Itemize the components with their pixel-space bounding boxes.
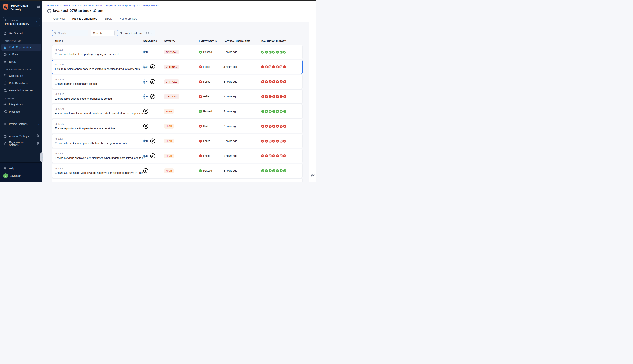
sidebar-item-help[interactable]: ? Help: [2, 165, 41, 172]
breadcrumb: Account: Automation-SSCA › Organization:…: [47, 4, 309, 7]
sidebar-item-project-settings[interactable]: Project Settings ›: [2, 120, 41, 128]
sidebar-item-code-repositories[interactable]: Code Repositories: [2, 44, 41, 51]
breadcrumb-organization[interactable]: Organization: default: [80, 4, 102, 7]
failed-x-icon: [261, 95, 264, 98]
code-repositories-icon: [3, 46, 7, 49]
sidebar-item-remediation-tracker[interactable]: Remediation Tracker: [2, 87, 41, 94]
passed-check-icon: [199, 169, 202, 172]
sidebar-item-cicd[interactable]: CI/CD: [2, 58, 41, 66]
right-rail: [309, 1, 316, 182]
table-row[interactable]: Id: 1.1.15 Ensure pushing of new code is…: [52, 60, 302, 74]
apps-grid-icon[interactable]: [37, 4, 40, 8]
passed-check-icon: [280, 50, 282, 54]
sidebar-item-organization-settings[interactable]: Organization Settings: [2, 140, 41, 147]
severity-badge: HIGH: [164, 124, 174, 128]
failed-x-icon: [283, 154, 286, 158]
failed-x-icon: [265, 140, 268, 143]
sidebar-item-compliance[interactable]: Compliance: [2, 72, 41, 80]
standards-cell: CIS: [143, 138, 164, 144]
table-row[interactable]: Id: 4.3.4 Ensure webhooks of the package…: [52, 45, 302, 59]
tab-overview[interactable]: Overview: [53, 16, 66, 22]
failed-x-icon: [283, 140, 286, 143]
breadcrumb-project[interactable]: Project: Product Exploratory: [106, 4, 135, 7]
status-cell: Failed: [199, 80, 224, 83]
failed-x-icon: [265, 65, 268, 68]
owasp-standard-icon: [150, 64, 155, 70]
severity-filter-dropdown[interactable]: Severity: [91, 30, 115, 36]
table-row[interactable]: Id: 1.1.9 Ensure all checks have passed …: [52, 134, 302, 148]
tab-risk-compliance[interactable]: Risk & Compliance: [72, 16, 98, 22]
table-row[interactable]: Id: 1.1.4 Ensure previous approvals are …: [52, 149, 302, 163]
user-menu[interactable]: L Lavakush: [2, 172, 41, 180]
rule-id: Id: 4.3.4: [55, 48, 143, 51]
failed-x-icon: [276, 95, 279, 98]
status-label: Failed: [203, 95, 210, 98]
standards-cell: CIS: [143, 49, 164, 55]
sidebar-item-label: CI/CD: [9, 60, 16, 63]
table-row[interactable]: Id: 1.1.5 CIS HIGH Failed 3 hou: [52, 178, 302, 182]
status-label: Failed: [203, 125, 210, 128]
table-row[interactable]: Id: 1.2.21 Ensure outside collaborators …: [52, 104, 302, 118]
svg-text:?: ?: [4, 168, 5, 169]
severity-badge: CRITICAL: [164, 94, 179, 99]
rule-id: Id: 1.2.17: [55, 123, 143, 125]
severity-badge: CRITICAL: [164, 50, 179, 54]
sidebar-item-label: Code Repositories: [9, 46, 31, 49]
rule-definitions-icon: [3, 81, 7, 85]
column-evaluation-history: EVALUATION HISTORY: [261, 40, 302, 42]
chevron-down-icon: [151, 32, 153, 34]
divider: [4, 118, 38, 118]
breadcrumb-account[interactable]: Account: Automation-SSCA: [47, 4, 76, 7]
severity-badge: HIGH: [164, 154, 174, 158]
breadcrumb-code-repositories[interactable]: Code Repositories: [139, 4, 158, 7]
failed-x-icon: [280, 140, 282, 143]
sidebar-item-integrations[interactable]: Integrations: [2, 101, 41, 108]
evaluation-history: [261, 110, 302, 113]
sidebar-item-get-started[interactable]: Get Started: [2, 30, 41, 37]
failed-x-icon: [272, 140, 275, 143]
svg-text:CIS: CIS: [145, 66, 148, 68]
support-chat-button[interactable]: [310, 172, 315, 178]
project-switcher[interactable]: PROJECT Product Exploratory ›: [3, 17, 40, 27]
search-box: [52, 30, 88, 36]
sidebar-item-pipelines[interactable]: Pipelines: [2, 108, 41, 115]
evaluation-history: [261, 169, 302, 172]
failed-x-icon: [276, 154, 279, 158]
status-icon: [199, 140, 202, 143]
status-filter-dropdown[interactable]: All: Passed and Failed: [117, 30, 155, 36]
search-input[interactable]: [58, 32, 86, 34]
status-icon: [199, 110, 202, 113]
remediation-tracker-icon: [3, 88, 7, 92]
risk-compliance-panel: Severity All: Passed and Failed: [42, 22, 309, 182]
evaluation-time: 3 hours ago: [224, 154, 261, 157]
column-severity[interactable]: SEVERITY: [164, 40, 199, 42]
sidebar-item-rule-definitions[interactable]: Rule Definitions: [2, 80, 41, 87]
table-row[interactable]: Id: 1.1.16 Ensure force pushes code to b…: [52, 89, 302, 104]
clear-filter-icon[interactable]: [146, 32, 149, 34]
tab-vulnerabilities[interactable]: Vulnerabilities: [120, 16, 137, 22]
failed-x-icon: [265, 125, 268, 128]
table-row[interactable]: Id: 1.1.17 Ensure branch deletions are d…: [52, 74, 302, 89]
standards-cell: [143, 168, 164, 174]
column-rule[interactable]: RULE: [52, 40, 143, 42]
status-icon: [199, 125, 202, 128]
pipelines-icon: [3, 110, 7, 114]
sidebar-item-label: Artifacts: [9, 53, 18, 56]
column-standards: STANDARDS: [143, 40, 164, 42]
collapse-sidebar-handle[interactable]: ◀: [40, 152, 43, 162]
section-risk-compliance: RISK AND COMPLIANCE: [2, 66, 41, 72]
status-label: Failed: [203, 140, 210, 142]
project-box-icon: [5, 19, 8, 21]
standards-cell: CIS: [143, 64, 164, 70]
sidebar-item-artifacts[interactable]: Artifacts: [2, 51, 41, 58]
breadcrumb-separator: ›: [137, 4, 138, 7]
failed-x-icon: [268, 95, 272, 98]
table-row[interactable]: Id: 1.2.9 Ensure GitHub action workflows…: [52, 164, 302, 178]
status-cell: Passed: [199, 110, 224, 113]
failed-x-icon: [199, 65, 202, 68]
sidebar-item-account-settings[interactable]: Account Settings: [2, 132, 41, 140]
status-icon: [199, 50, 202, 54]
evaluation-history: [261, 65, 302, 68]
tab-sbom[interactable]: SBOM: [104, 16, 113, 22]
table-row[interactable]: Id: 1.2.17 Ensure repository action perm…: [52, 119, 302, 133]
